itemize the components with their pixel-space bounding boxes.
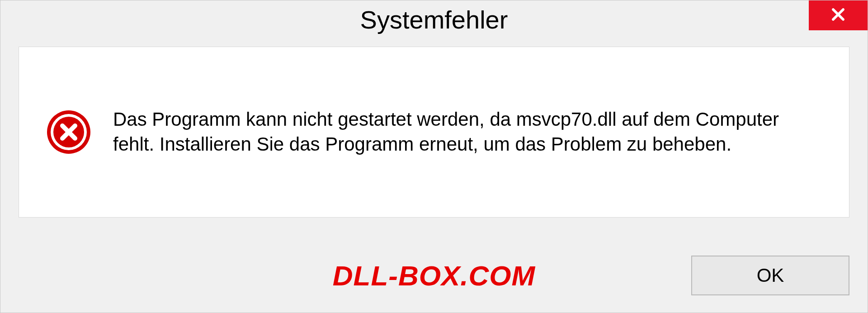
close-icon [830, 6, 847, 25]
title-bar: Systemfehler [0, 0, 868, 38]
ok-button[interactable]: OK [691, 256, 849, 295]
error-dialog: Systemfehler Das Programm kann nicht ges… [0, 0, 868, 313]
dialog-title: Systemfehler [360, 5, 508, 34]
watermark-text: DLL-BOX.COM [333, 260, 535, 292]
bottom-bar: DLL-BOX.COM OK [0, 238, 868, 313]
ok-button-label: OK [757, 265, 784, 286]
content-area: Das Programm kann nicht gestartet werden… [19, 47, 849, 218]
error-icon [46, 109, 91, 155]
close-button[interactable] [809, 0, 868, 30]
error-message: Das Programm kann nicht gestartet werden… [113, 107, 822, 156]
